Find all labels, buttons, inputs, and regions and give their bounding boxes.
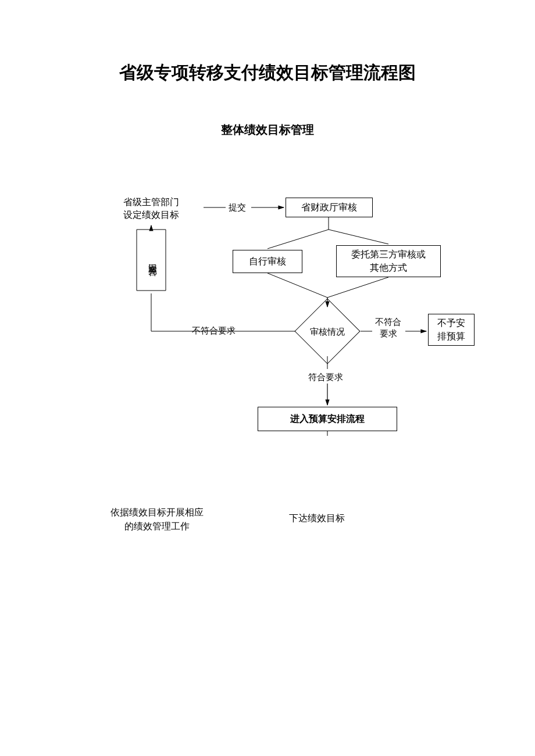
svg-line-10: [327, 277, 388, 298]
label-return-improve: 返回完善: [147, 232, 158, 285]
svg-line-8: [329, 230, 388, 244]
label-not-meet-left: 不符合要求: [192, 325, 236, 336]
return-bracket: [0, 0, 535, 756]
main-title: 省级专项转移支付绩效目标管理流程图: [0, 61, 535, 85]
label-meet: 符合要求: [308, 372, 343, 383]
flow-arrows: [0, 0, 535, 756]
bottom-right-text: 下达绩效目标: [273, 511, 361, 525]
bottom-left-text: 依据绩效目标开展相应 的绩效管理工作: [93, 506, 221, 533]
node-decision: 审核情况: [294, 298, 360, 364]
node-third-party: 委托第三方审核或 其他方式: [336, 245, 441, 277]
label-not-meet-right: 不符合 要求: [375, 317, 401, 339]
node-self-review: 自行审核: [233, 250, 302, 273]
svg-line-9: [268, 273, 327, 298]
subtitle: 整体绩效目标管理: [0, 122, 535, 138]
node-start: 省级主管部门 设定绩效目标: [108, 195, 195, 223]
label-submit: 提交: [229, 202, 246, 213]
node-enter-budget: 进入预算安排流程: [258, 407, 397, 431]
node-province-review: 省财政厅审核: [286, 198, 373, 217]
svg-line-7: [268, 230, 329, 249]
node-no-budget: 不予安 排预算: [428, 314, 475, 346]
